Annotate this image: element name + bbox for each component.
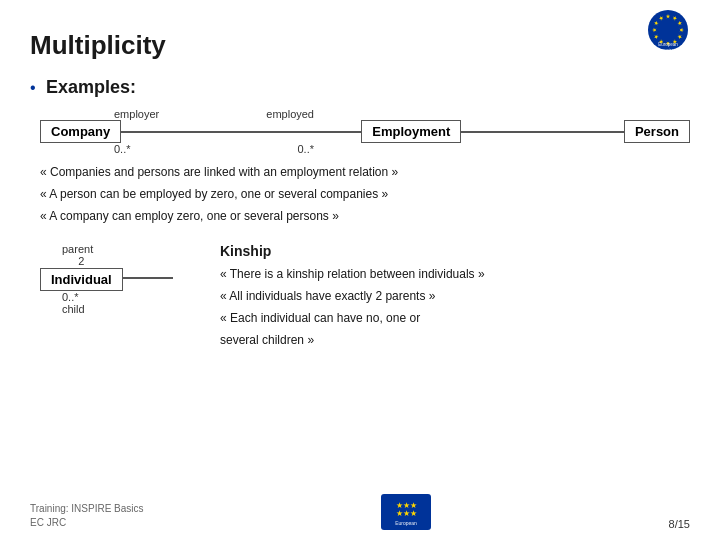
svg-text:Commission: Commission [657, 47, 679, 52]
svg-text:European: European [395, 520, 417, 526]
child-multiplicity: 0..* [62, 291, 122, 303]
connector-line-2 [461, 131, 624, 133]
right-multiplicity: 0..* [194, 143, 314, 155]
kinship-title: Kinship [220, 243, 690, 259]
kinship-line [123, 277, 173, 279]
left-multiplicity: 0..* [114, 143, 194, 155]
bullet-icon: • [30, 79, 36, 96]
footer-logo: ★★★ ★★★ European [381, 494, 431, 530]
examples-label: Examples: [46, 77, 136, 97]
person-box: Person [624, 120, 690, 143]
employment-diagram: employer employed Company Employment Per… [40, 108, 690, 155]
employer-label: employer [114, 108, 194, 120]
desc-line-2: « A person can be employed by zero, one … [40, 185, 690, 203]
kinship-desc-2: « All individuals have exactly 2 parents… [220, 287, 690, 305]
desc-line-3: « A company can employ zero, one or seve… [40, 207, 690, 225]
employment-box: Employment [361, 120, 461, 143]
eu-logo: European Commission [646, 8, 690, 52]
footer-left: Training: INSPIRE Basics EC JRC [30, 502, 144, 530]
individual-box: Individual [40, 268, 123, 291]
footer-line2: EC JRC [30, 516, 144, 530]
kinship-desc-4: several children » [220, 331, 690, 349]
svg-text:★★★: ★★★ [396, 509, 417, 518]
child-label: child [40, 303, 85, 315]
footer-page: 8/15 [669, 518, 690, 530]
kinship-desc-1: « There is a kinship relation between in… [220, 265, 690, 283]
kinship-diagram: parent 2 Individual 0..* child [40, 243, 200, 353]
desc-line-1: « Companies and persons are linked with … [40, 163, 690, 181]
uml-row: Company Employment Person [40, 120, 690, 143]
parent-multiplicity: 2 [78, 255, 84, 267]
employed-label: employed [194, 108, 314, 120]
kinship-description: Kinship « There is a kinship relation be… [220, 243, 690, 353]
employment-description: « Companies and persons are linked with … [40, 163, 690, 225]
company-box: Company [40, 120, 121, 143]
connector-line [121, 131, 361, 133]
kinship-uml-row: 2 Individual [40, 255, 173, 291]
footer-line1: Training: INSPIRE Basics [30, 502, 144, 516]
footer: Training: INSPIRE Basics EC JRC ★★★ ★★★ … [30, 494, 690, 530]
slide-title: Multiplicity [30, 30, 690, 61]
parent-label: parent [62, 243, 122, 255]
kinship-desc-3: « Each individual can have no, one or [220, 309, 690, 327]
examples-header: • Examples: [30, 77, 690, 98]
footer-eu-logo: ★★★ ★★★ European [381, 494, 431, 530]
slide: European Commission Multiplicity • Examp… [0, 0, 720, 540]
kinship-section: parent 2 Individual 0..* child Kinship [40, 243, 690, 353]
eu-logo-icon: European Commission [646, 8, 690, 52]
